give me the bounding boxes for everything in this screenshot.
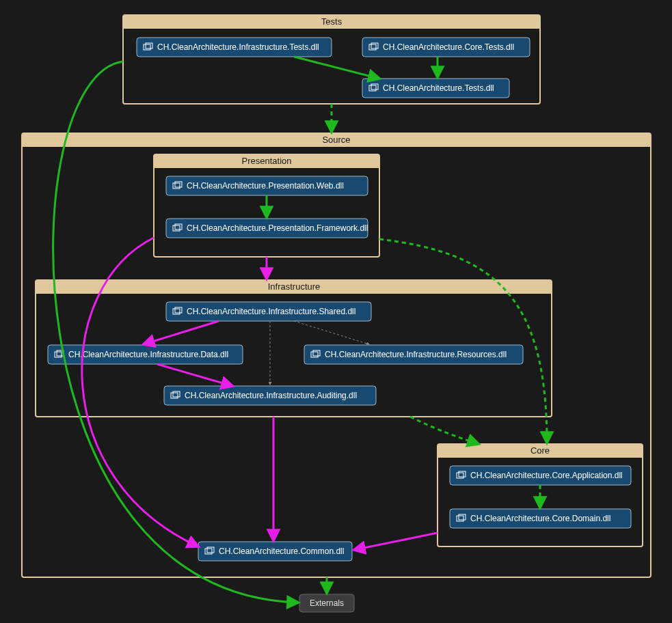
- node-infra-res-label: CH.CleanArchitecture.Infrastructure.Reso…: [325, 350, 507, 359]
- node-common[interactable]: CH.CleanArchitecture.Common.dll: [198, 542, 352, 561]
- node-infra-audit[interactable]: CH.CleanArchitecture.Infrastructure.Audi…: [164, 386, 376, 405]
- node-core-tests[interactable]: CH.CleanArchitecture.Core.Tests.dll: [362, 38, 530, 57]
- node-pres-fw-label: CH.CleanArchitecture.Presentation.Framew…: [187, 223, 368, 233]
- node-core-domain-label: CH.CleanArchitecture.Core.Domain.dll: [470, 514, 610, 523]
- node-infra-data[interactable]: CH.CleanArchitecture.Infrastructure.Data…: [48, 345, 243, 364]
- group-tests-title: Tests: [321, 16, 342, 27]
- group-core-title: Core: [530, 445, 550, 456]
- node-infra-tests[interactable]: CH.CleanArchitecture.Infrastructure.Test…: [137, 38, 332, 57]
- node-core-app[interactable]: CH.CleanArchitecture.Core.Application.dl…: [450, 466, 631, 485]
- group-tests[interactable]: Tests CH.CleanArchitecture.Infrastructur…: [123, 15, 540, 104]
- node-pres-fw[interactable]: CH.CleanArchitecture.Presentation.Framew…: [166, 219, 368, 238]
- node-tests-label: CH.CleanArchitecture.Tests.dll: [383, 83, 494, 93]
- group-presentation-title: Presentation: [242, 156, 292, 166]
- node-infra-shared[interactable]: CH.CleanArchitecture.Infrastructure.Shar…: [166, 302, 371, 321]
- group-source-title: Source: [322, 135, 350, 145]
- node-infra-res[interactable]: CH.CleanArchitecture.Infrastructure.Reso…: [304, 345, 523, 364]
- node-core-app-label: CH.CleanArchitecture.Core.Application.dl…: [470, 471, 623, 480]
- node-infra-data-label: CH.CleanArchitecture.Infrastructure.Data…: [68, 350, 228, 359]
- group-infrastructure-title: Infrastructure: [268, 281, 321, 292]
- node-core-tests-label: CH.CleanArchitecture.Core.Tests.dll: [383, 42, 514, 52]
- node-core-domain[interactable]: CH.CleanArchitecture.Core.Domain.dll: [450, 509, 631, 528]
- group-infrastructure[interactable]: Infrastructure CH.CleanArchitecture.Infr…: [36, 280, 552, 417]
- node-tests[interactable]: CH.CleanArchitecture.Tests.dll: [362, 79, 509, 98]
- node-common-label: CH.CleanArchitecture.Common.dll: [219, 546, 344, 556]
- node-infra-audit-label: CH.CleanArchitecture.Infrastructure.Audi…: [185, 391, 357, 400]
- dependency-diagram: Tests CH.CleanArchitecture.Infrastructur…: [0, 0, 672, 623]
- node-externals-label: Externals: [310, 598, 344, 608]
- node-externals[interactable]: Externals: [299, 594, 354, 612]
- node-infra-shared-label: CH.CleanArchitecture.Infrastructure.Shar…: [187, 307, 355, 316]
- node-infra-tests-label: CH.CleanArchitecture.Infrastructure.Test…: [157, 42, 319, 52]
- node-pres-web-label: CH.CleanArchitecture.Presentation.Web.dl…: [187, 181, 344, 191]
- node-pres-web[interactable]: CH.CleanArchitecture.Presentation.Web.dl…: [166, 176, 368, 195]
